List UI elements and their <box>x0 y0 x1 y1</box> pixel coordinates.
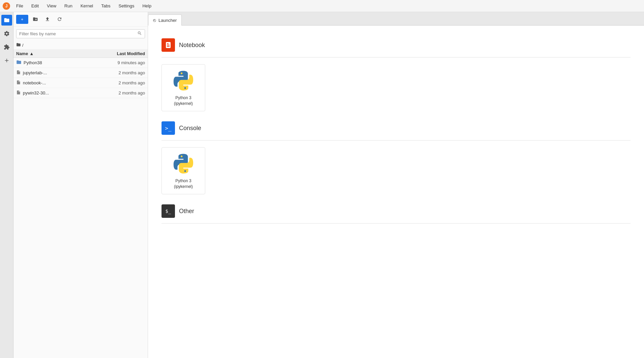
tab-launcher[interactable]: ⎋ Launcher <box>148 14 182 26</box>
notebook-kernels: Python 3 (ipykernel) <box>162 64 631 111</box>
file-icon <box>16 80 21 86</box>
main-layout: + / Na <box>0 12 644 358</box>
table-row[interactable]: Python38 9 minutes ago <box>13 58 148 68</box>
menu-kernel[interactable]: Kernel <box>77 2 97 10</box>
table-row[interactable]: notebook-... 2 months ago <box>13 78 148 88</box>
python-logo <box>172 69 195 92</box>
activity-files[interactable] <box>1 15 12 26</box>
new-file-button[interactable]: + <box>16 15 28 24</box>
folder-icon <box>16 59 22 66</box>
console-kernels: Python 3 (ipykernel) <box>162 147 631 194</box>
search-input[interactable] <box>19 31 137 36</box>
file-icon <box>16 70 21 76</box>
python3-notebook-kernel[interactable]: Python 3 (ipykernel) <box>162 64 205 111</box>
activity-extensions[interactable] <box>1 42 12 52</box>
upload-button[interactable] <box>42 14 52 24</box>
launcher-tab-icon: ⎋ <box>153 17 156 23</box>
activity-settings[interactable] <box>1 28 12 39</box>
notebook-icon <box>162 38 175 52</box>
console-icon-label: >_ <box>165 125 171 131</box>
file-name: pywin32-30... <box>23 90 98 95</box>
content-area: ⎋ Launcher Notebook <box>148 12 644 358</box>
other-icon: $_ <box>162 204 175 218</box>
menu-edit[interactable]: Edit <box>28 2 42 10</box>
activity-add[interactable] <box>1 55 12 66</box>
other-icon-label: $_ <box>166 208 171 214</box>
other-divider <box>162 223 631 224</box>
file-name: jupyterlab-... <box>23 70 98 75</box>
file-name: notebook-... <box>23 80 98 85</box>
menu-run[interactable]: Run <box>61 2 76 10</box>
menu-tabs[interactable]: Tabs <box>98 2 114 10</box>
python3-console-kernel[interactable]: Python 3 (ipykernel) <box>162 147 205 194</box>
search-icon <box>137 31 142 37</box>
file-panel: + / Na <box>13 12 148 358</box>
app-logo: J <box>3 2 10 10</box>
file-header: Name ▲ Last Modified <box>13 50 148 58</box>
menu-file[interactable]: File <box>13 2 27 10</box>
column-modified[interactable]: Last Modified <box>98 51 145 56</box>
table-row[interactable]: jupyterlab-... 2 months ago <box>13 68 148 78</box>
plus-icon: + <box>21 17 24 22</box>
file-modified: 2 months ago <box>98 80 145 85</box>
file-table: Name ▲ Last Modified Python38 9 minutes … <box>13 50 148 358</box>
menubar: J File Edit View Run Kernel Tabs Setting… <box>0 0 644 12</box>
launcher-panel: Notebook Python 3 (ipykernel) <box>148 26 644 358</box>
breadcrumb-path: / <box>22 43 24 48</box>
notebook-section-title: Notebook <box>179 42 205 49</box>
other-section-title: Other <box>179 208 194 215</box>
menu-help[interactable]: Help <box>139 2 155 10</box>
breadcrumb-folder-icon <box>16 42 21 48</box>
activity-bar <box>0 12 13 358</box>
notebook-divider <box>162 57 631 57</box>
python-logo <box>172 152 195 175</box>
file-modified: 2 months ago <box>98 70 145 75</box>
file-icon <box>16 90 21 96</box>
notebook-section-header: Notebook <box>162 38 631 52</box>
menu-settings[interactable]: Settings <box>115 2 138 10</box>
column-name[interactable]: Name ▲ <box>16 51 98 56</box>
kernel-name: Python 3 (ipykernel) <box>166 178 201 190</box>
console-section-title: Console <box>179 125 201 132</box>
console-section-header: >_ Console <box>162 121 631 135</box>
new-folder-button[interactable] <box>30 14 40 24</box>
other-section-header: $_ Other <box>162 204 631 218</box>
refresh-button[interactable] <box>55 14 65 24</box>
file-modified: 2 months ago <box>98 90 145 95</box>
tab-bar: ⎋ Launcher <box>148 12 644 26</box>
console-icon: >_ <box>162 121 175 135</box>
table-row[interactable]: pywin32-30... 2 months ago <box>13 88 148 98</box>
file-toolbar: + <box>13 12 148 27</box>
console-divider <box>162 140 631 141</box>
sort-icon: ▲ <box>29 51 34 56</box>
menu-view[interactable]: View <box>43 2 60 10</box>
breadcrumb: / <box>13 41 148 50</box>
tab-label: Launcher <box>158 18 177 23</box>
kernel-name: Python 3 (ipykernel) <box>166 95 201 107</box>
search-box <box>16 29 145 38</box>
file-modified: 9 minutes ago <box>98 60 145 65</box>
file-name: Python38 <box>24 60 98 65</box>
